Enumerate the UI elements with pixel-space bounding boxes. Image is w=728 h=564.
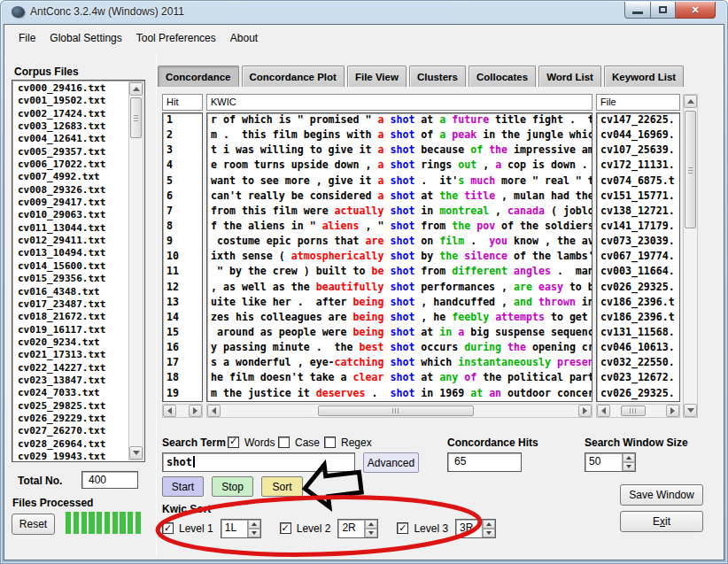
search-input[interactable]: shot [162,452,355,472]
corpus-file-item[interactable]: cv018_21672.txt [14,311,128,323]
scroll-right-icon[interactable] [666,405,679,417]
level-3-spinner[interactable]: 3R [455,519,496,538]
minimize-button[interactable] [624,2,651,19]
corpus-scroll-thumb[interactable] [130,97,142,138]
corpus-file-item[interactable]: cv010_29063.txt [14,209,128,221]
corpus-file-item[interactable]: cv013_10494.txt [14,247,128,259]
corpus-file-item[interactable]: cv006_17022.txt [14,158,128,171]
tab-concordance[interactable]: Concordance [158,66,239,87]
kwic-column-body[interactable]: r of which is " promised " a shot at a f… [206,112,592,402]
sort-button[interactable]: Sort [261,476,303,497]
corpus-files-listbox[interactable]: cv000_29416.txtcv001_19502.txtcv002_1742… [12,80,145,462]
menu-item-global-settings[interactable]: Global Settings [43,29,128,47]
scroll-down-icon[interactable] [129,446,143,460]
spin-down-icon[interactable] [248,529,260,537]
tab-collocates[interactable]: Collocates [469,66,536,87]
spin-up-icon[interactable] [483,520,495,529]
corpus-file-item[interactable]: cv026_29229.txt [14,413,128,425]
corpus-file-item[interactable]: cv008_29326.txt [14,184,128,197]
kwic-row[interactable]: y passing minute . the best shot occurs … [207,341,592,356]
corpus-file-item[interactable]: cv011_13044.txt [14,222,128,235]
corpus-file-item[interactable]: cv004_12641.txt [14,133,128,145]
corpus-file-item[interactable]: cv017_23487.txt [14,298,128,311]
kwic-row[interactable]: m the justice it deserves . shot in 1969… [207,387,592,402]
level-2-spinner[interactable]: 2R [337,519,378,538]
tab-word-list[interactable]: Word List [538,66,601,87]
title-bar[interactable]: AntConc 3.2.4w (Windows) 2011 ✕ [0,0,728,24]
corpus-file-item[interactable]: cv024_7033.txt [14,387,128,399]
kwic-row[interactable]: t i was willing to give it a shot becaus… [207,143,592,158]
corpus-file-item[interactable]: cv007_4992.txt [14,171,128,183]
menu-item-tool-preferences[interactable]: Tool Preferences [129,29,223,47]
corpus-scrollbar[interactable] [128,81,143,460]
kwic-row[interactable]: " by the crew ) built to be shot from di… [207,265,592,280]
corpus-file-item[interactable]: cv027_26270.txt [14,425,128,437]
kwic-row[interactable]: ixth sense ( atmospherically shot by the… [207,250,592,265]
kwic-row[interactable]: , as well as the beautifully shot perfor… [207,281,592,296]
corpus-file-item[interactable]: cv002_17424.txt [14,108,128,120]
tab-clusters[interactable]: Clusters [409,66,466,87]
menu-item-file[interactable]: File [12,29,43,47]
scroll-left-icon[interactable] [597,405,610,417]
hit-hscrollbar[interactable] [162,404,203,418]
scroll-down-icon[interactable] [684,404,697,417]
scroll-right-icon[interactable] [578,405,592,417]
corpus-file-item[interactable]: cv028_26964.txt [14,438,128,451]
scroll-up-icon[interactable] [129,82,143,96]
spin-down-icon[interactable] [483,529,495,537]
file-cell[interactable]: cv046_10613. [597,341,679,356]
spin-up-icon[interactable] [623,453,635,462]
file-hscrollbar[interactable] [596,404,680,418]
corpus-file-item[interactable]: cv020_9234.txt [14,336,128,349]
kwic-hscroll-thumb[interactable] [318,406,475,416]
tab-keyword-list[interactable]: Keyword List [604,66,684,87]
kwic-row[interactable]: from this film were actually shot in mon… [207,205,592,220]
file-cell[interactable]: cv131_11568. [597,326,679,341]
kwic-row[interactable]: uite like her . after being shot , handc… [207,296,592,311]
file-cell[interactable]: cv186_2396.t [597,296,679,311]
kwic-row[interactable]: s a wonderful , eye-catching shot which … [207,356,592,371]
tab-file-view[interactable]: File View [347,66,407,87]
exit-button[interactable]: Exit [620,511,703,532]
file-column-body[interactable]: cv147_22625.cv044_16969.cv107_25639.cv17… [596,112,680,402]
corpus-file-item[interactable]: cv019_16117.txt [14,324,128,336]
start-button[interactable]: Start [162,476,204,497]
file-cell[interactable]: cv147_22625. [597,113,679,128]
spin-up-icon[interactable] [248,520,260,529]
kwic-row[interactable]: f the aliens in " aliens , " shot from t… [207,220,592,235]
corpus-file-item[interactable]: cv021_17313.txt [14,349,128,361]
advanced-button[interactable]: Advanced [363,452,419,473]
file-cell[interactable]: cv141_17179. [597,220,679,235]
corpus-file-item[interactable]: cv001_19502.txt [14,95,128,107]
kwic-row[interactable]: zes his colleagues are being shot , he f… [207,311,592,326]
corpus-file-item[interactable]: cv016_4348.txt [14,286,128,298]
scroll-up-icon[interactable] [684,95,697,108]
file-cell[interactable]: cv074_6875.t [597,174,679,189]
maximize-button[interactable] [651,2,676,19]
file-cell[interactable]: cv073_23039. [597,235,679,250]
regex-checkbox[interactable] [324,437,336,448]
case-checkbox[interactable] [278,437,290,448]
menu-item-about[interactable]: About [223,29,265,47]
level-3-checkbox[interactable]: ✓ [397,522,408,534]
reset-button[interactable]: Reset [12,514,55,535]
results-scrollbar[interactable] [683,94,698,418]
kwic-row[interactable]: he film doesn't take a clear shot at any… [207,371,592,386]
file-cell[interactable]: cv026_29325. [597,281,679,296]
kwic-row[interactable]: around as people were being shot at in a… [207,326,592,341]
corpus-file-item[interactable]: cv005_29357.txt [14,146,128,158]
scroll-left-icon[interactable] [207,405,221,417]
scroll-left-icon[interactable] [163,405,176,417]
corpus-file-item[interactable]: cv014_15600.txt [14,260,128,273]
corpus-file-item[interactable]: cv029_19943.txt [14,451,128,460]
words-checkbox[interactable]: ✓ [228,437,239,448]
level-2-checkbox[interactable]: ✓ [280,522,291,534]
kwic-row[interactable]: e room turns upside down , a shot rings … [207,158,592,174]
tab-concordance-plot[interactable]: Concordance Plot [242,66,345,87]
kwic-hscrollbar[interactable] [206,404,592,418]
corpus-file-item[interactable]: cv015_29356.txt [14,273,128,285]
file-hscroll-thumb[interactable] [621,406,646,416]
file-cell[interactable]: cv032_22550. [597,356,679,371]
file-cell[interactable]: cv003_11664. [597,265,679,280]
close-button[interactable]: ✕ [676,2,716,19]
